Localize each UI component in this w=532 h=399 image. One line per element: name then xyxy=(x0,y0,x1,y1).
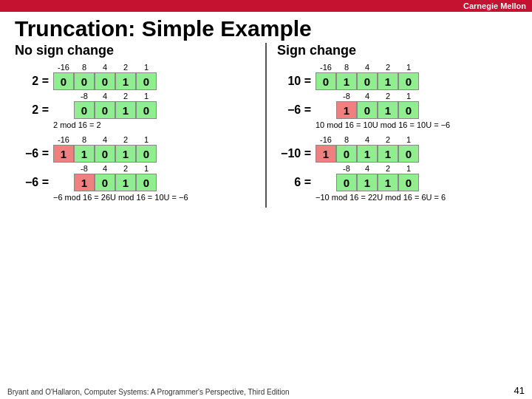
page-number: 41 xyxy=(514,385,525,396)
left-g1-h5-1: 8 xyxy=(74,63,95,72)
left-g2-label5: −6 = xyxy=(15,147,53,160)
right-g1-b5-1: 1 xyxy=(336,72,357,90)
left-g2-formula: −6 mod 16 = 26U mod 16 = 10U = −6 xyxy=(15,193,255,202)
right-g2-label4: 6 = xyxy=(277,176,316,189)
right-g2-formula: −10 mod 16 = 22U mod 16 = 6U = 6 xyxy=(277,193,517,202)
left-g2-h5-3: 2 xyxy=(115,135,136,144)
left-g2-b4-3: 0 xyxy=(136,174,157,191)
left-g2-b5-0: 1 xyxy=(53,145,74,163)
right-g1-h4-3: 1 xyxy=(398,92,419,100)
left-g1-h4-3: 1 xyxy=(136,92,157,100)
right-g1-row4: −6 = 1 0 1 0 xyxy=(277,101,517,119)
right-g2-h5-3: 2 xyxy=(378,135,398,144)
left-g1-b5-0: 0 xyxy=(53,72,74,90)
left-g1-label5: 2 = xyxy=(15,75,53,88)
left-section: No sign change -16 8 4 2 1 2 = 0 0 0 1 0 xyxy=(7,43,262,208)
right-group-2: -16 8 4 2 1 −10 = 1 0 1 1 0 -8 4 2 1 xyxy=(277,135,517,202)
right-g2-header4: -8 4 2 1 xyxy=(277,164,517,173)
left-group-1: -16 8 4 2 1 2 = 0 0 0 1 0 -8 4 2 1 xyxy=(15,63,255,129)
right-g2-header5: -16 8 4 2 1 xyxy=(277,135,517,144)
right-g2-b5-3: 1 xyxy=(378,145,398,163)
left-g2-h4-2: 2 xyxy=(115,164,136,173)
right-g1-label5: 10 = xyxy=(277,75,316,88)
left-section-title: No sign change xyxy=(15,43,255,58)
main-title: Truncation: Simple Example xyxy=(0,12,532,43)
right-g2-label5: −10 = xyxy=(277,147,316,160)
right-section-title: Sign change xyxy=(277,43,517,58)
right-g2-h4-2: 2 xyxy=(378,164,398,173)
left-g1-b5-4: 0 xyxy=(136,72,157,90)
left-g2-h5-0: -16 xyxy=(53,135,74,144)
left-g2-h5-1: 8 xyxy=(74,135,95,144)
left-g1-b5-3: 1 xyxy=(115,72,136,90)
left-g2-h5-4: 1 xyxy=(136,135,157,144)
left-g1-b4-3: 0 xyxy=(136,101,157,119)
left-g1-h5-2: 4 xyxy=(95,63,115,72)
left-g2-h4-1: 4 xyxy=(95,164,115,173)
right-g2-h5-1: 8 xyxy=(336,135,357,144)
right-g1-formula: 10 mod 16 = 10U mod 16 = 10U = −6 xyxy=(277,120,517,129)
left-g2-h5-2: 4 xyxy=(95,135,115,144)
left-g1-b4-0: 0 xyxy=(74,101,95,119)
right-g2-b4-1: 1 xyxy=(357,174,378,191)
left-g1-h4-0: -8 xyxy=(74,92,95,100)
right-g2-b5-2: 1 xyxy=(357,145,378,163)
left-g1-h4-1: 4 xyxy=(95,92,115,100)
right-g1-h4-0: -8 xyxy=(336,92,357,100)
right-g2-h4-0: -8 xyxy=(336,164,357,173)
right-g1-h5-2: 4 xyxy=(357,63,378,72)
left-g2-row5: −6 = 1 1 0 1 0 xyxy=(15,145,255,163)
left-g1-h5-0: -16 xyxy=(53,63,74,72)
right-g2-b5-1: 0 xyxy=(336,145,357,163)
right-g1-row5: 10 = 0 1 0 1 0 xyxy=(277,72,517,90)
right-g2-b5-0: 1 xyxy=(316,145,336,163)
left-g2-b5-1: 1 xyxy=(74,145,95,163)
left-g1-b5-1: 0 xyxy=(74,72,95,90)
right-g2-h5-0: -16 xyxy=(316,135,336,144)
right-g1-b5-4: 0 xyxy=(398,72,419,90)
right-g2-row4: 6 = 0 1 1 0 xyxy=(277,174,517,191)
right-g1-b4-3: 0 xyxy=(398,101,419,119)
left-g2-header4: -8 4 2 1 xyxy=(15,164,255,173)
right-g2-b4-2: 1 xyxy=(378,174,398,191)
left-g2-b5-2: 0 xyxy=(95,145,115,163)
left-group-2: -16 8 4 2 1 −6 = 1 1 0 1 0 -8 4 2 1 xyxy=(15,135,255,202)
left-g1-h5-4: 1 xyxy=(136,63,157,72)
right-g1-b4-0: 1 xyxy=(336,101,357,119)
brand-label: Carnegie Mellon xyxy=(463,1,526,10)
right-g1-h4-2: 2 xyxy=(378,92,398,100)
center-divider xyxy=(265,43,267,208)
left-g2-h4-0: -8 xyxy=(74,164,95,173)
right-g1-h5-1: 8 xyxy=(336,63,357,72)
left-g1-header4: -8 4 2 1 xyxy=(15,92,255,100)
left-g2-b4-2: 1 xyxy=(115,174,136,191)
left-g2-row4: −6 = 1 0 1 0 xyxy=(15,174,255,191)
right-g1-b4-1: 0 xyxy=(357,101,378,119)
right-g1-b4-2: 1 xyxy=(378,101,398,119)
left-g2-h4-3: 1 xyxy=(136,164,157,173)
left-g2-header5: -16 8 4 2 1 xyxy=(15,135,255,144)
right-g2-b4-0: 0 xyxy=(336,174,357,191)
right-section: Sign change -16 8 4 2 1 10 = 0 1 0 1 0 xyxy=(270,43,525,208)
left-g1-h4-2: 2 xyxy=(115,92,136,100)
right-g1-h5-3: 2 xyxy=(378,63,398,72)
left-g1-b4-1: 0 xyxy=(95,101,115,119)
left-g1-h5-3: 2 xyxy=(115,63,136,72)
left-g2-b5-4: 0 xyxy=(136,145,157,163)
left-g1-formula: 2 mod 16 = 2 xyxy=(15,120,255,129)
left-g1-b5-2: 0 xyxy=(95,72,115,90)
left-g1-header5: -16 8 4 2 1 xyxy=(15,63,255,72)
right-group-1: -16 8 4 2 1 10 = 0 1 0 1 0 -8 4 2 1 xyxy=(277,63,517,129)
left-g1-row5: 2 = 0 0 0 1 0 xyxy=(15,72,255,90)
left-g2-b5-3: 1 xyxy=(115,145,136,163)
right-g2-h5-2: 4 xyxy=(357,135,378,144)
right-g2-h4-1: 4 xyxy=(357,164,378,173)
right-g1-b5-2: 0 xyxy=(357,72,378,90)
right-g1-b5-0: 0 xyxy=(316,72,336,90)
right-g2-h5-4: 1 xyxy=(398,135,419,144)
right-g1-header4: -8 4 2 1 xyxy=(277,92,517,100)
left-g2-b4-1: 0 xyxy=(95,174,115,191)
left-g1-label4: 2 = xyxy=(15,103,53,117)
right-g2-b5-4: 0 xyxy=(398,145,419,163)
right-g2-row5: −10 = 1 0 1 1 0 xyxy=(277,145,517,163)
